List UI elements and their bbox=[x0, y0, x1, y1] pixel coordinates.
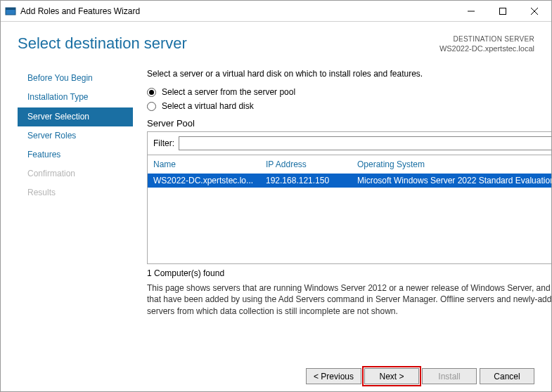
page-title: Select destination server bbox=[18, 34, 439, 53]
titlebar: Add Roles and Features Wizard bbox=[1, 1, 551, 22]
radio-server-pool-label: Select a server from the server pool bbox=[162, 87, 295, 97]
table-row[interactable]: WS2022-DC.xpertstec.lo... 192.168.121.15… bbox=[148, 174, 552, 188]
col-header-ip[interactable]: IP Address bbox=[266, 159, 357, 169]
window-title: Add Roles and Features Wizard bbox=[20, 6, 140, 16]
next-button[interactable]: Next > bbox=[364, 368, 419, 384]
filter-input[interactable] bbox=[179, 136, 552, 150]
cell-ip: 192.168.121.150 bbox=[266, 176, 357, 185]
minimize-button[interactable] bbox=[455, 1, 487, 21]
radio-icon bbox=[147, 88, 156, 97]
destination-label: DESTINATION SERVER bbox=[439, 34, 534, 44]
col-header-os[interactable]: Operating System bbox=[357, 159, 552, 169]
wizard-header: Select destination server DESTINATION SE… bbox=[1, 22, 551, 53]
cancel-button[interactable]: Cancel bbox=[480, 368, 534, 384]
table-body: WS2022-DC.xpertstec.lo... 192.168.121.15… bbox=[148, 174, 552, 263]
maximize-button[interactable] bbox=[487, 1, 518, 21]
computers-found-text: 1 Computer(s) found bbox=[147, 268, 552, 278]
destination-value: WS2022-DC.xpertstec.local bbox=[439, 44, 534, 53]
wizard-steps-sidebar: Before You Begin Installation Type Serve… bbox=[18, 69, 133, 317]
install-button: Install bbox=[422, 368, 477, 384]
wizard-footer: < Previous Next > Install Cancel bbox=[306, 368, 534, 384]
filter-label: Filter: bbox=[153, 138, 174, 148]
radio-icon bbox=[147, 102, 156, 111]
radio-virtual-hard-disk[interactable]: Select a virtual hard disk bbox=[147, 101, 552, 111]
svg-rect-1 bbox=[6, 8, 15, 10]
step-confirmation: Confirmation bbox=[18, 164, 133, 183]
cell-name: WS2022-DC.xpertstec.lo... bbox=[153, 176, 266, 185]
server-table: Name IP Address Operating System WS2022-… bbox=[147, 155, 552, 264]
step-features[interactable]: Features bbox=[18, 145, 133, 164]
filter-row: Filter: bbox=[147, 131, 552, 155]
radio-server-pool[interactable]: Select a server from the server pool bbox=[147, 87, 552, 97]
radio-vhd-label: Select a virtual hard disk bbox=[162, 101, 254, 111]
table-header: Name IP Address Operating System bbox=[148, 155, 552, 174]
server-pool-label: Server Pool bbox=[147, 118, 552, 129]
step-results: Results bbox=[18, 183, 133, 202]
step-installation-type[interactable]: Installation Type bbox=[18, 88, 133, 107]
info-text: This page shows servers that are running… bbox=[147, 282, 552, 317]
col-header-name[interactable]: Name bbox=[153, 159, 266, 169]
svg-rect-3 bbox=[499, 8, 506, 14]
previous-button[interactable]: < Previous bbox=[306, 368, 361, 384]
cell-os: Microsoft Windows Server 2022 Standard E… bbox=[357, 176, 552, 185]
step-server-selection[interactable]: Server Selection bbox=[18, 107, 133, 126]
close-button[interactable] bbox=[518, 1, 550, 21]
step-before-you-begin[interactable]: Before You Begin bbox=[18, 69, 133, 88]
instruction-text: Select a server or a virtual hard disk o… bbox=[147, 69, 552, 79]
destination-server-box: DESTINATION SERVER WS2022-DC.xpertstec.l… bbox=[439, 34, 534, 53]
app-icon bbox=[5, 6, 16, 17]
step-server-roles[interactable]: Server Roles bbox=[18, 126, 133, 145]
content-panel: Select a server or a virtual hard disk o… bbox=[133, 69, 552, 317]
